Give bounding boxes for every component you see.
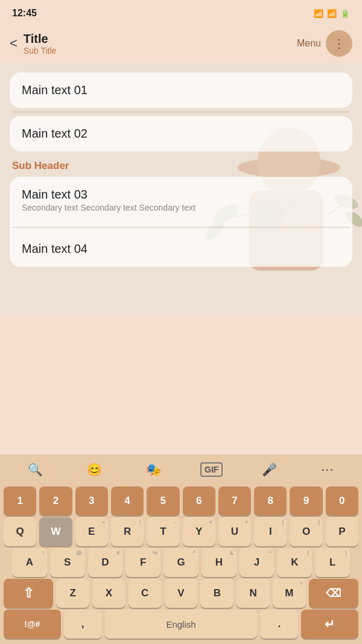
key-x[interactable]: X (92, 579, 125, 608)
key-h[interactable]: &H (202, 548, 237, 577)
key-s[interactable]: @S (50, 548, 85, 577)
menu-label[interactable]: Menu (297, 38, 321, 49)
gif-button[interactable]: GIF (200, 462, 223, 477)
comma-key[interactable]: , (64, 610, 102, 639)
key-p[interactable]: P (326, 517, 358, 546)
space-key[interactable]: English (105, 610, 257, 639)
key-n[interactable]: N (237, 579, 270, 608)
qwerty-row: `Q +W =E /R -T <Y >U [I ]O P (4, 517, 358, 546)
list-item-3-main: Main text 03 (22, 188, 340, 202)
key-6[interactable]: 6 (183, 486, 215, 515)
number-row: 1 2 3 4 5 6 7 8 9 0 (4, 486, 358, 515)
zxcv-row: ⇧ Z X C V B N ?M ⌫ (4, 579, 358, 608)
list-group: Main text 03 Secondary text Secondary te… (10, 177, 352, 267)
key-8[interactable]: 8 (254, 486, 287, 515)
key-k[interactable]: (K (277, 548, 312, 577)
emoji-icon[interactable]: 😊 (82, 460, 107, 479)
key-9[interactable]: 9 (290, 486, 322, 515)
list-item-4[interactable]: Main text 04 (10, 231, 352, 267)
key-e[interactable]: =E (75, 517, 108, 546)
list-item-2[interactable]: Main text 02 (10, 116, 352, 151)
page-title: Title (24, 32, 56, 46)
key-0[interactable]: 0 (326, 486, 358, 515)
list-item-1[interactable]: Main text 01 (10, 72, 352, 108)
shift-key[interactable]: ⇧ (4, 579, 53, 608)
key-r[interactable]: /R (111, 517, 144, 546)
mic-icon[interactable]: 🎤 (257, 460, 282, 479)
content-area: Main text 01 Main text 02 Sub Header Mai… (0, 63, 362, 316)
key-z[interactable]: Z (56, 579, 89, 608)
key-o[interactable]: ]O (290, 517, 322, 546)
list-item-3-secondary: Secondary text Secondary text Secondary … (22, 203, 340, 212)
app-bar-left: < Title Sub Title (10, 32, 56, 56)
key-7[interactable]: 7 (218, 486, 251, 515)
app-bar-right: Menu ⋮ (297, 30, 352, 57)
sticker-icon[interactable]: 🎭 (141, 460, 166, 479)
key-y[interactable]: <Y (183, 517, 215, 546)
key-g[interactable]: ^G (164, 548, 198, 577)
divider-1 (12, 112, 350, 112)
list-container-top: Main text 01 Main text 02 (0, 63, 362, 151)
list-item-2-main: Main text 02 (22, 127, 340, 141)
key-d[interactable]: #D (88, 548, 123, 577)
sub-header: Sub Header (0, 153, 362, 177)
battery-icon: 🔋 (340, 9, 350, 18)
back-button[interactable]: < (10, 36, 17, 51)
divider-2 (12, 227, 350, 228)
bottom-row: !@# , English . ↵ (4, 610, 358, 639)
key-4[interactable]: 4 (111, 486, 144, 515)
keyboard-toolbar: 🔍 😊 🎭 GIF 🎤 ··· (0, 454, 362, 485)
key-2[interactable]: 2 (39, 486, 72, 515)
special-chars-key[interactable]: !@# (4, 610, 61, 639)
key-5[interactable]: 5 (147, 486, 179, 515)
period-key[interactable]: . (260, 610, 298, 639)
more-icon[interactable]: ··· (316, 459, 338, 480)
key-a[interactable]: !A (12, 548, 47, 577)
status-icons: 📶 📶 🔋 (314, 9, 350, 18)
dots-icon: ⋮ (333, 36, 346, 51)
menu-button[interactable]: ⋮ (326, 30, 352, 57)
key-f[interactable]: %F (125, 548, 160, 577)
wifi-icon: 📶 (314, 9, 323, 18)
enter-key[interactable]: ↵ (301, 610, 358, 639)
list-item-1-main: Main text 01 (22, 83, 340, 97)
key-c[interactable]: C (129, 579, 162, 608)
signal-icon: 📶 (327, 9, 337, 18)
key-w[interactable]: +W (39, 517, 72, 546)
keyboard: 🔍 😊 🎭 GIF 🎤 ··· 1 2 3 4 5 6 7 8 9 0 `Q +… (0, 454, 362, 644)
asdf-row: !A @S #D %F ^G &H *J (K )L (12, 548, 350, 577)
key-v[interactable]: V (165, 579, 198, 608)
status-time: 12:45 (12, 8, 37, 19)
key-b[interactable]: B (200, 579, 233, 608)
page-subtitle: Sub Title (24, 46, 56, 56)
app-bar-title: Title Sub Title (24, 32, 56, 56)
key-t[interactable]: -T (147, 517, 179, 546)
list-item-4-main: Main text 04 (22, 242, 340, 256)
key-u[interactable]: >U (218, 517, 251, 546)
app-bar: < Title Sub Title Menu ⋮ (0, 24, 362, 63)
status-bar: 12:45 📶 📶 🔋 (0, 0, 362, 24)
list-item-3[interactable]: Main text 03 Secondary text Secondary te… (10, 177, 352, 223)
key-l[interactable]: )L (315, 548, 350, 577)
search-icon[interactable]: 🔍 (23, 460, 48, 479)
key-m[interactable]: ?M (273, 579, 306, 608)
key-3[interactable]: 3 (75, 486, 108, 515)
backspace-key[interactable]: ⌫ (309, 579, 358, 608)
key-j[interactable]: *J (240, 548, 275, 577)
key-i[interactable]: [I (254, 517, 287, 546)
key-q[interactable]: `Q (4, 517, 36, 546)
key-1[interactable]: 1 (4, 486, 36, 515)
